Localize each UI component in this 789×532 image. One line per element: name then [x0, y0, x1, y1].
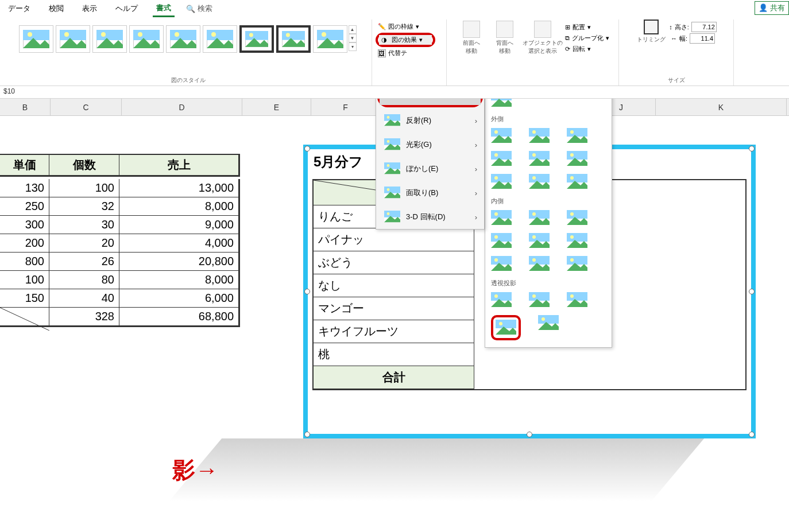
left-cell[interactable]: 6,000: [119, 289, 239, 308]
handle-bl[interactable]: [304, 432, 310, 437]
shadow-inner-1[interactable]: [491, 210, 512, 226]
alt-text-button[interactable]: 🖼 代替テ: [376, 48, 435, 58]
handle-tr[interactable]: [749, 146, 755, 152]
left-cell[interactable]: 328: [49, 308, 119, 326]
left-cell[interactable]: 32: [49, 197, 119, 216]
col-F[interactable]: F: [311, 99, 380, 115]
picture-style-2[interactable]: [56, 25, 90, 53]
left-cell[interactable]: 200: [0, 234, 49, 253]
shadow-inner-5[interactable]: [529, 233, 550, 249]
effects-menu-glow[interactable]: 光彩(G)›: [376, 133, 484, 157]
shadow-inner-4[interactable]: [491, 233, 512, 249]
shadow-persp-2[interactable]: [529, 292, 550, 308]
handle-bc[interactable]: [527, 432, 532, 437]
effects-menu-soft[interactable]: ぼかし(E)›: [376, 157, 484, 181]
left-cell[interactable]: 80: [49, 271, 119, 289]
effects-menu-bevel[interactable]: 面取り(B)›: [376, 181, 484, 205]
shadow-outer-7[interactable]: [491, 174, 512, 190]
left-cell[interactable]: 100: [49, 179, 119, 197]
left-cell[interactable]: 20,800: [119, 253, 239, 271]
shadow-persp-5[interactable]: [538, 315, 559, 331]
group-button[interactable]: ⧉グループ化▾: [565, 34, 609, 42]
shadow-persp-4[interactable]: [496, 320, 516, 336]
bring-forward-button[interactable]: 前面へ 移動: [456, 21, 487, 55]
shadow-outer-2[interactable]: [529, 128, 550, 144]
picture-effects-button[interactable]: ◑ 図の効果 ▾: [379, 35, 432, 45]
shadow-outer-5[interactable]: [529, 151, 550, 167]
shadow-outer-3[interactable]: [567, 128, 587, 144]
col-C[interactable]: C: [51, 99, 122, 115]
left-cell[interactable]: 100: [0, 271, 49, 289]
shadow-outer-1[interactable]: [491, 128, 512, 144]
effects-menu-rotation[interactable]: 3-D 回転(D)›: [376, 205, 484, 229]
picture-outline-button[interactable]: ✏️ 図の枠線 ▾: [376, 22, 435, 32]
handle-br[interactable]: [749, 432, 755, 437]
left-cell[interactable]: [0, 308, 49, 326]
styles-gallery-expand[interactable]: ▲ ▼ ▾: [349, 25, 358, 51]
picture-style-9[interactable]: [313, 25, 347, 53]
width-input[interactable]: [690, 33, 715, 44]
left-cell[interactable]: 13,000: [119, 179, 239, 197]
worksheet[interactable]: B C D E F G H I J K 単価 個数 売上 13010013,00…: [0, 99, 789, 532]
tab-review[interactable]: 校閲: [45, 1, 67, 16]
shadow-outer-4[interactable]: [491, 151, 512, 167]
shadow-inner-6[interactable]: [567, 233, 587, 249]
picture-style-1[interactable]: [19, 25, 53, 53]
shadow-inner-2[interactable]: [529, 210, 550, 226]
col-D[interactable]: D: [122, 99, 242, 115]
handle-mr[interactable]: [749, 289, 755, 294]
selection-pane-button[interactable]: オブジェクトの 選択と表示: [523, 21, 563, 55]
shadow-outer-8[interactable]: [529, 174, 550, 190]
picture-style-4[interactable]: [129, 25, 164, 53]
left-cell[interactable]: 130: [0, 179, 49, 197]
tab-help[interactable]: ヘルプ: [112, 1, 141, 16]
shadow-persp-1[interactable]: [491, 292, 512, 308]
handle-tl[interactable]: [304, 146, 310, 152]
rotate-button[interactable]: ⟳回転▾: [565, 45, 609, 53]
crop-button[interactable]: トリミング: [636, 20, 667, 44]
shadow-outer-9[interactable]: [567, 174, 587, 190]
left-cell[interactable]: 800: [0, 253, 49, 271]
picture-style-6[interactable]: [203, 25, 237, 53]
picture-style-3[interactable]: [92, 25, 127, 53]
gallery-more-icon[interactable]: ▾: [349, 42, 357, 51]
shadow-inner-7[interactable]: [491, 256, 512, 272]
shadow-none[interactable]: [491, 99, 512, 108]
left-cell[interactable]: 30: [49, 216, 119, 234]
left-cell[interactable]: 4,000: [119, 234, 239, 253]
tab-format[interactable]: 書式: [153, 1, 175, 17]
tab-view[interactable]: 表示: [79, 1, 100, 16]
shadow-inner-3[interactable]: [567, 210, 587, 226]
height-input[interactable]: [691, 22, 717, 32]
gallery-down-icon[interactable]: ▼: [349, 34, 357, 42]
effects-menu-reflection[interactable]: 反射(R)›: [376, 108, 484, 133]
left-cell[interactable]: 9,000: [119, 216, 239, 234]
col-B[interactable]: B: [0, 99, 51, 115]
share-button[interactable]: 👤 共有: [755, 1, 789, 15]
left-cell[interactable]: 300: [0, 216, 49, 234]
picture-style-8[interactable]: [276, 25, 311, 53]
send-backward-button[interactable]: 背面へ 移動: [489, 21, 520, 55]
shadow-outer-6[interactable]: [567, 151, 587, 167]
left-cell[interactable]: 40: [49, 289, 119, 308]
picture-style-5[interactable]: [166, 25, 200, 53]
left-cell[interactable]: 8,000: [119, 197, 239, 216]
effects-menu-shadow[interactable]: 影(S)›: [380, 99, 481, 105]
left-cell[interactable]: 150: [0, 289, 49, 308]
tab-data[interactable]: データ: [5, 1, 34, 16]
shadow-persp-3[interactable]: [567, 292, 587, 308]
shadow-inner-8[interactable]: [529, 256, 550, 272]
col-K[interactable]: K: [656, 99, 787, 115]
left-cell[interactable]: 26: [49, 253, 119, 271]
shadow-inner-9[interactable]: [567, 256, 587, 272]
col-E[interactable]: E: [242, 99, 311, 115]
left-cell[interactable]: 250: [0, 197, 49, 216]
search-box[interactable]: 🔍 検索: [186, 3, 212, 14]
formula-bar[interactable]: $10: [0, 86, 789, 99]
left-cell[interactable]: 20: [49, 234, 119, 253]
handle-ml[interactable]: [304, 289, 310, 294]
align-button[interactable]: ⊞配置▾: [565, 23, 609, 32]
left-cell[interactable]: 68,800: [119, 308, 239, 326]
picture-style-7[interactable]: [239, 25, 274, 53]
gallery-up-icon[interactable]: ▲: [349, 25, 357, 34]
